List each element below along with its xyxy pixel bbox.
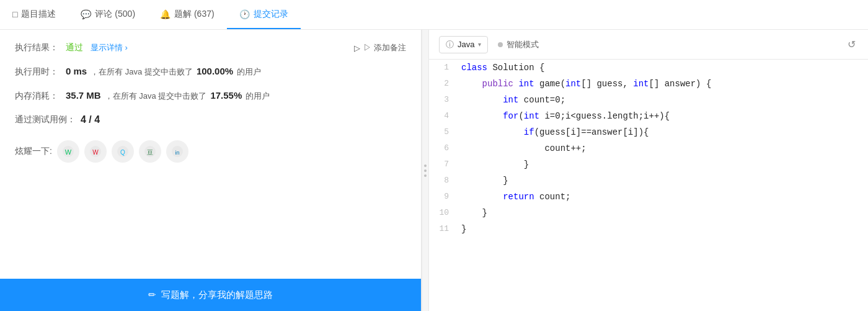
result-detail-link[interactable]: 显示详情 › bbox=[91, 42, 128, 53]
line-number-2: 2 bbox=[429, 76, 459, 92]
add-note-label: ▷ 添加备注 bbox=[363, 42, 406, 53]
chevron-down-icon: ▾ bbox=[478, 41, 481, 48]
line-content-5: if(guess[i]==answer[i]){ bbox=[459, 124, 868, 140]
line-number-11: 11 bbox=[429, 221, 459, 237]
result-label: 执行结果： bbox=[15, 42, 58, 53]
mem-pct: 17.55% bbox=[210, 90, 242, 101]
line-number-4: 4 bbox=[429, 108, 459, 124]
language-selector[interactable]: ⓘ Java ▾ bbox=[439, 36, 488, 53]
info-icon: ⓘ bbox=[446, 39, 454, 50]
time-label: 执行用时： bbox=[15, 66, 62, 78]
line-content-9: return count; bbox=[459, 189, 868, 205]
code-line-10: 10 } bbox=[429, 205, 868, 221]
write-solution-label: 写题解，分享我的解题思路 bbox=[161, 289, 273, 301]
smart-mode-toggle[interactable]: 智能模式 bbox=[498, 39, 539, 50]
svg-text:豆: 豆 bbox=[147, 149, 153, 156]
line-number-10: 10 bbox=[429, 205, 459, 221]
tab-description[interactable]: □ 题目描述 bbox=[0, 0, 68, 29]
tab-solutions[interactable]: 🔔 题解 (637) bbox=[148, 0, 227, 29]
testcase-value: 4 / 4 bbox=[81, 114, 100, 125]
time-stat-row: 执行用时： 0 ms ，在所有 Java 提交中击败了 100.00% 的用户 bbox=[15, 66, 406, 78]
code-line-3: 3 int count=0; bbox=[429, 92, 868, 108]
add-note-icon: ▷ bbox=[354, 43, 360, 53]
code-editor[interactable]: 1 class Solution { 2 public int game(int… bbox=[429, 60, 868, 311]
line-content-7: } bbox=[459, 156, 868, 173]
panel-divider bbox=[422, 30, 429, 311]
line-number-1: 1 bbox=[429, 60, 459, 76]
divider-dot-1 bbox=[424, 165, 427, 167]
mem-value: 35.7 MB bbox=[66, 90, 101, 101]
divider-dot-2 bbox=[424, 169, 427, 172]
result-status: 通过 bbox=[66, 42, 83, 53]
share-qq-button[interactable]: Q bbox=[112, 140, 134, 163]
code-line-1: 1 class Solution { bbox=[429, 60, 868, 76]
pencil-icon: ✏ bbox=[148, 289, 156, 300]
line-number-6: 6 bbox=[429, 140, 459, 156]
result-row: 执行结果： 通过 显示详情 › bbox=[15, 42, 406, 53]
line-number-9: 9 bbox=[429, 189, 459, 205]
svg-text:in: in bbox=[175, 150, 179, 156]
add-note-button[interactable]: ▷ ▷ 添加备注 bbox=[354, 42, 406, 53]
share-linkedin-button[interactable]: in bbox=[166, 140, 188, 163]
toolbar-right: ↺ bbox=[845, 36, 858, 53]
line-number-3: 3 bbox=[429, 92, 459, 108]
code-line-2: 2 public int game(int[] guess, int[] ans… bbox=[429, 76, 868, 92]
mem-label: 内存消耗： bbox=[15, 91, 62, 102]
code-line-11: 11 } bbox=[429, 221, 868, 237]
line-content-1: class Solution { bbox=[459, 60, 868, 76]
time-pct: 100.00% bbox=[197, 66, 233, 76]
line-content-11: } bbox=[459, 221, 868, 237]
testcase-row: 通过测试用例： 4 / 4 bbox=[15, 114, 406, 125]
share-section: 炫耀一下: W W Q bbox=[15, 140, 406, 163]
language-label: Java bbox=[458, 40, 474, 49]
right-panel: ⓘ Java ▾ 智能模式 ↺ 1 class Solution { 2 pub… bbox=[429, 30, 868, 311]
time-suffix: 的用户 bbox=[237, 66, 261, 78]
share-label: 炫耀一下: bbox=[15, 146, 52, 157]
write-solution-button[interactable]: ✏ 写题解，分享我的解题思路 bbox=[0, 279, 421, 311]
smart-mode-dot bbox=[498, 42, 503, 47]
time-desc: ，在所有 Java 提交中击败了 bbox=[91, 66, 193, 78]
line-content-4: for(int i=0;i<guess.length;i++){ bbox=[459, 108, 868, 124]
share-douban-button[interactable]: 豆 bbox=[139, 140, 161, 163]
tab-solutions-label: 题解 (637) bbox=[174, 9, 215, 20]
svg-text:Q: Q bbox=[120, 149, 125, 156]
code-line-5: 5 if(guess[i]==answer[i]){ bbox=[429, 124, 868, 140]
line-number-7: 7 bbox=[429, 156, 459, 173]
code-line-9: 9 return count; bbox=[429, 189, 868, 205]
divider-dot-3 bbox=[424, 174, 427, 177]
tab-bar: □ 题目描述 💬 评论 (500) 🔔 题解 (637) 🕐 提交记录 bbox=[0, 0, 868, 30]
mem-stat-row: 内存消耗： 35.7 MB ，在所有 Java 提交中击败了 17.55% 的用… bbox=[15, 90, 406, 102]
tab-comments-label: 评论 (500) bbox=[95, 9, 135, 20]
mem-desc: ，在所有 Java 提交中击败了 bbox=[105, 91, 207, 102]
code-line-6: 6 count++; bbox=[429, 140, 868, 156]
share-weibo-button[interactable]: W bbox=[84, 140, 107, 163]
time-value: 0 ms bbox=[66, 66, 87, 76]
code-line-4: 4 for(int i=0;i<guess.length;i++){ bbox=[429, 108, 868, 124]
solutions-icon: 🔔 bbox=[160, 9, 170, 19]
comments-icon: 💬 bbox=[81, 9, 91, 19]
code-line-8: 8 } bbox=[429, 173, 868, 189]
refresh-icon-button[interactable]: ↺ bbox=[845, 36, 858, 53]
testcase-label: 通过测试用例： bbox=[15, 114, 76, 125]
line-number-8: 8 bbox=[429, 173, 459, 189]
editor-toolbar: ⓘ Java ▾ 智能模式 ↺ bbox=[429, 30, 868, 60]
line-content-8: } bbox=[459, 173, 868, 189]
tab-submissions[interactable]: 🕐 提交记录 bbox=[227, 0, 301, 29]
line-number-5: 5 bbox=[429, 124, 459, 140]
main-content: ▷ ▷ 添加备注 执行结果： 通过 显示详情 › 执行用时： 0 ms ，在所有… bbox=[0, 30, 868, 311]
svg-text:W: W bbox=[65, 148, 72, 156]
svg-text:W: W bbox=[92, 149, 99, 156]
line-content-2: public int game(int[] guess, int[] answe… bbox=[459, 76, 868, 92]
line-content-3: int count=0; bbox=[459, 92, 868, 108]
mem-suffix: 的用户 bbox=[246, 91, 270, 102]
tab-description-label: 题目描述 bbox=[21, 9, 56, 20]
tab-submissions-label: 提交记录 bbox=[254, 9, 288, 20]
smart-mode-label: 智能模式 bbox=[507, 39, 539, 50]
tab-comments[interactable]: 💬 评论 (500) bbox=[68, 0, 148, 29]
share-wechat-button[interactable]: W bbox=[57, 140, 79, 163]
description-icon: □ bbox=[12, 9, 17, 19]
line-content-10: } bbox=[459, 205, 868, 221]
code-line-7: 7 } bbox=[429, 156, 868, 173]
line-content-6: count++; bbox=[459, 140, 868, 156]
left-panel: ▷ ▷ 添加备注 执行结果： 通过 显示详情 › 执行用时： 0 ms ，在所有… bbox=[0, 30, 422, 311]
